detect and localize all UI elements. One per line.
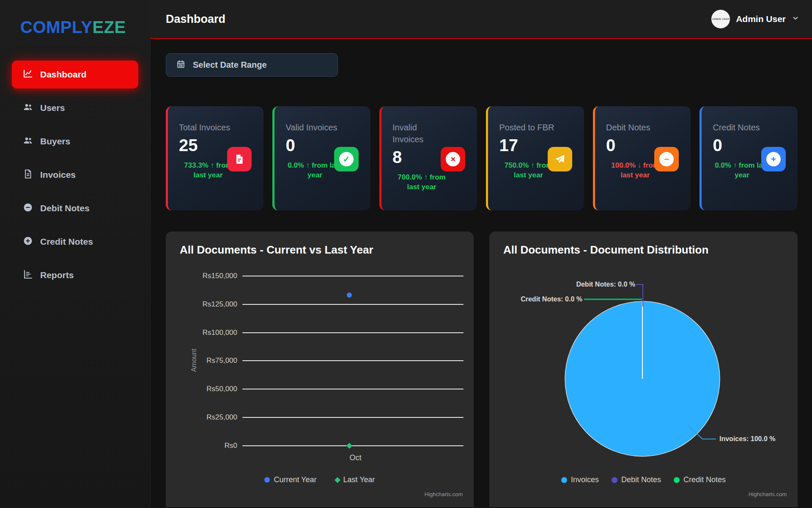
legend-marker-dot: [561, 477, 567, 483]
gridline-row: Rs125,000: [166, 300, 464, 309]
chart-legend: Invoices Debit Notes Credit Notes: [489, 475, 798, 484]
stat-title: Posted to FBR: [499, 121, 555, 133]
date-range-label: Select Date Range: [193, 60, 267, 70]
minus-circle-icon: −: [654, 147, 679, 171]
legend-item-current-year[interactable]: Current Year: [264, 475, 316, 484]
app-logo: COMPLYEZE: [0, 0, 150, 37]
user-menu[interactable]: ADMIN USER Admin User: [711, 10, 799, 28]
sidebar-nav: Dashboard Users Buyers Invoices Debit No…: [0, 61, 150, 289]
sidebar-item-label: Credit Notes: [40, 237, 93, 247]
stat-title: Valid Invoices: [285, 121, 341, 133]
sidebar-item-label: Buyers: [40, 136, 70, 146]
legend-marker-diamond: [334, 477, 340, 483]
stat-title: Invalid Invoices: [392, 121, 448, 145]
logo-primary: COMPLY: [20, 18, 92, 36]
stat-title: Total Invoices: [179, 121, 235, 133]
page-title: Dashboard: [166, 13, 225, 26]
users-icon: [23, 135, 33, 148]
dashboard-content: Select Date Range Total Invoices 25 733.…: [151, 39, 812, 507]
stat-card-credit-notes: Credit Notes 0 + 0.0% ↑ from last year: [700, 106, 797, 210]
sidebar-item-buyers[interactable]: Buyers: [12, 127, 138, 155]
stat-cards-row: Total Invoices 25 733.3% ↑ from last yea…: [166, 106, 798, 210]
x-circle-icon: ×: [441, 147, 465, 171]
legend-item-debit-notes[interactable]: Debit Notes: [612, 475, 661, 484]
sidebar-item-label: Debit Notes: [40, 203, 90, 213]
stat-card-posted-to-fbr: Posted to FBR 17 750.0% ↑ from last year: [486, 106, 584, 210]
paper-plane-icon: [548, 147, 572, 171]
check-circle-icon: ✓: [334, 147, 359, 171]
top-header: Dashboard ADMIN USER Admin User: [151, 0, 812, 39]
user-name: Admin User: [736, 14, 786, 24]
gridline-row: Rs25,000: [166, 413, 464, 422]
stat-card-debit-notes: Debit Notes 0 − 100.0% ↓ from last year: [593, 106, 691, 210]
pie-label-credit-notes: Credit Notes: 0.0 %: [521, 295, 582, 303]
gridline-row: Rs50,000: [166, 385, 464, 393]
current-year-point: [347, 293, 352, 298]
sidebar-item-reports[interactable]: Reports: [12, 261, 138, 289]
chevron-down-icon: [792, 14, 799, 24]
legend-item-invoices[interactable]: Invoices: [561, 475, 599, 484]
sidebar-item-invoices[interactable]: Invoices: [12, 161, 138, 189]
legend-marker-dot: [612, 477, 617, 483]
stat-title: Credit Notes: [713, 121, 768, 133]
legend-marker-dot: [674, 477, 680, 483]
charts-row: All Documents - Current vs Last Year Rs1…: [166, 232, 798, 507]
stat-card-total-invoices: Total Invoices 25 733.3% ↑ from last yea…: [166, 106, 263, 210]
sidebar-item-dashboard[interactable]: Dashboard: [12, 61, 138, 88]
users-icon: [23, 102, 33, 114]
highcharts-credit-link[interactable]: Highcharts.com: [425, 491, 463, 497]
pie-label-invoices: Invoices: 100.0 %: [719, 435, 776, 443]
plus-circle-icon: +: [761, 147, 786, 171]
sidebar-item-users[interactable]: Users: [12, 94, 138, 122]
sidebar-item-label: Users: [40, 103, 65, 113]
chart-legend: Current Year Last Year: [166, 475, 474, 484]
chart-title: All Documents - Current vs Last Year: [180, 243, 373, 257]
legend-item-last-year[interactable]: Last Year: [335, 475, 375, 484]
stat-change: 700.0% ↑ from last year: [392, 173, 451, 192]
stat-title: Debit Notes: [606, 121, 662, 133]
calendar-icon: [176, 60, 185, 71]
sidebar-item-credit-notes[interactable]: Credit Notes: [12, 228, 138, 256]
legend-marker-circle: [264, 477, 270, 483]
gridline-row: Rs100,000: [166, 329, 464, 337]
pie-label-debit-notes: Debit Notes: 0.0 %: [576, 281, 635, 288]
chart-bar-icon: [23, 269, 33, 282]
chart-document-distribution: All Documents - Document Distribution De…: [489, 232, 798, 507]
chart-current-vs-last-year: All Documents - Current vs Last Year Rs1…: [166, 232, 474, 507]
gridline-row: Rs75,000: [166, 356, 464, 365]
sidebar-item-label: Reports: [40, 270, 74, 280]
select-date-range-button[interactable]: Select Date Range: [166, 53, 338, 77]
sidebar-item-label: Dashboard: [40, 69, 87, 80]
minus-circle-icon: [23, 202, 33, 215]
legend-item-credit-notes[interactable]: Credit Notes: [674, 475, 726, 484]
sidebar-item-debit-notes[interactable]: Debit Notes: [12, 194, 138, 222]
gridline-row: Rs0: [166, 442, 464, 450]
x-axis-label: Oct: [247, 453, 464, 462]
stat-card-invalid-invoices: Invalid Invoices 8 × 700.0% ↑ from last …: [379, 106, 477, 210]
plus-circle-icon: [23, 236, 33, 248]
chart-line-icon: [23, 69, 33, 81]
highcharts-credit-link[interactable]: Highcharts.com: [749, 491, 787, 497]
pie-chart: [489, 232, 798, 507]
y-axis-title: Amount: [190, 341, 198, 379]
gridline-row: Rs150,000: [166, 272, 464, 280]
logo-secondary: EZE: [92, 18, 126, 36]
sidebar-item-label: Invoices: [40, 170, 76, 180]
invoice-icon: [227, 147, 252, 171]
stat-card-valid-invoices: Valid Invoices 0 ✓ 0.0% ↑ from last year: [272, 106, 370, 210]
file-invoice-icon: [23, 169, 33, 181]
sidebar: COMPLYEZE Dashboard Users Buyers Invoice…: [0, 0, 151, 508]
avatar: ADMIN USER: [711, 10, 730, 28]
